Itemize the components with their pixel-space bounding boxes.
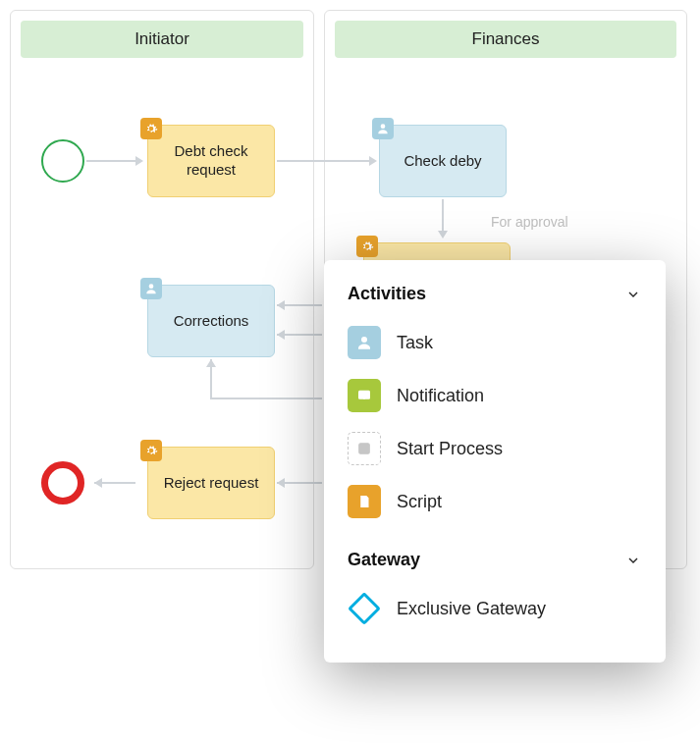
task-label: Check deby: [404, 152, 481, 171]
task-label: Corrections: [174, 312, 249, 331]
start-process-icon: [348, 432, 381, 465]
palette-item-start-process[interactable]: Start Process: [348, 422, 642, 475]
connector: [442, 199, 444, 231]
lane-initiator-header: Initiator: [21, 21, 303, 58]
palette-item-notification[interactable]: Notification: [348, 369, 642, 422]
lane-finances-header: Finances: [335, 21, 676, 58]
chevron-down-icon: [624, 552, 642, 569]
gear-icon: [140, 118, 162, 139]
connector: [86, 160, 135, 162]
arrowhead-icon: [206, 359, 216, 367]
arrowhead-icon: [438, 231, 448, 239]
arrowhead-icon: [277, 330, 285, 340]
task-check-deby[interactable]: Check deby: [379, 125, 507, 197]
palette-panel: Activities Task Notification Start Proce…: [324, 260, 666, 663]
task-corrections[interactable]: Corrections: [147, 285, 275, 357]
palette-item-script[interactable]: Script: [348, 475, 642, 528]
arrowhead-icon: [135, 156, 143, 166]
section-title: Gateway: [348, 550, 420, 570]
svg-point-2: [361, 337, 367, 343]
task-label: Debt check request: [158, 142, 264, 180]
palette-item-task[interactable]: Task: [348, 316, 642, 369]
connector: [210, 398, 322, 399]
edge-label-for-approval: For approval: [491, 214, 568, 230]
arrowhead-icon: [277, 300, 285, 310]
start-event[interactable]: [41, 139, 84, 183]
notification-icon: [348, 379, 381, 412]
palette-section-gateway[interactable]: Gateway: [348, 550, 642, 570]
gear-icon: [140, 440, 162, 461]
task-debt-check-request[interactable]: Debt check request: [147, 125, 275, 197]
task-label: Reject request: [164, 474, 259, 493]
arrowhead-icon: [94, 478, 102, 488]
palette-item-label: Notification: [397, 386, 484, 406]
task-reject-request[interactable]: Reject request: [147, 447, 275, 519]
user-icon: [348, 326, 381, 359]
diamond-icon: [348, 592, 381, 625]
section-title: Activities: [348, 284, 426, 304]
connector: [277, 160, 369, 162]
palette-item-label: Script: [397, 492, 442, 512]
gear-icon: [356, 236, 378, 257]
arrowhead-icon: [369, 156, 377, 166]
svg-point-1: [149, 284, 154, 289]
palette-item-label: Start Process: [397, 439, 503, 459]
palette-section-activities[interactable]: Activities: [348, 284, 642, 304]
palette-item-exclusive-gateway[interactable]: Exclusive Gateway: [348, 582, 642, 635]
end-event[interactable]: [41, 461, 84, 504]
palette-item-label: Task: [397, 333, 433, 353]
script-icon: [348, 485, 381, 518]
svg-point-0: [381, 124, 386, 129]
user-icon: [140, 278, 162, 299]
chevron-down-icon: [624, 286, 642, 303]
user-icon: [372, 118, 394, 139]
arrowhead-icon: [277, 478, 285, 488]
palette-item-label: Exclusive Gateway: [397, 599, 546, 619]
